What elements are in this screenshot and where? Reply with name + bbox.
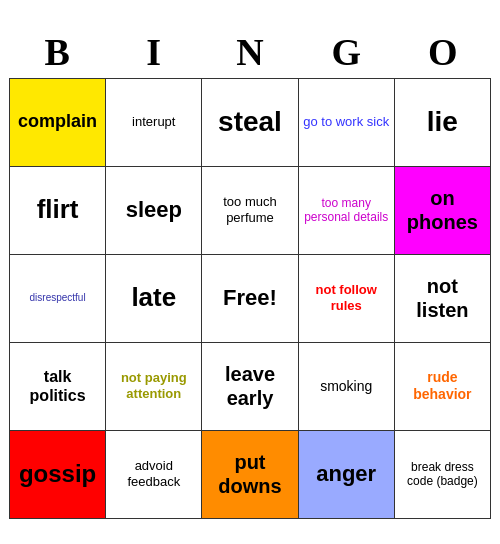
- cell-r1c5: lie: [395, 79, 491, 167]
- bingo-header: B I N G O: [9, 26, 491, 78]
- cell-r3c1: disrespectful: [10, 255, 106, 343]
- cell-r4c1: talk politics: [10, 343, 106, 431]
- cell-r3c4: not follow rules: [299, 255, 395, 343]
- cell-r3c5: not listen: [395, 255, 491, 343]
- cell-r4c2: not paying attention: [106, 343, 202, 431]
- cell-r3c2: late: [106, 255, 202, 343]
- cell-r1c3: steal: [202, 79, 298, 167]
- cell-r5c2: advoid feedback: [106, 431, 202, 519]
- cell-r2c3: too much perfume: [202, 167, 298, 255]
- cell-r1c4: go to work sick: [299, 79, 395, 167]
- bingo-card: B I N G O complain interupt steal go to …: [5, 22, 495, 523]
- header-b: B: [9, 26, 105, 78]
- header-g: G: [298, 26, 394, 78]
- cell-r2c5: on phones: [395, 167, 491, 255]
- cell-r2c4: too many personal details: [299, 167, 395, 255]
- header-n: N: [202, 26, 298, 78]
- cell-r4c4: smoking: [299, 343, 395, 431]
- cell-r2c2: sleep: [106, 167, 202, 255]
- cell-r3c3: Free!: [202, 255, 298, 343]
- header-i: I: [105, 26, 201, 78]
- cell-r5c5: break dress code (badge): [395, 431, 491, 519]
- cell-r1c1: complain: [10, 79, 106, 167]
- header-o: O: [395, 26, 491, 78]
- cell-r5c4: anger: [299, 431, 395, 519]
- cell-r1c2: interupt: [106, 79, 202, 167]
- cell-r4c5: rude behavior: [395, 343, 491, 431]
- cell-r4c3: leave early: [202, 343, 298, 431]
- cell-r5c1: gossip: [10, 431, 106, 519]
- cell-r2c1: flirt: [10, 167, 106, 255]
- cell-r5c3: put downs: [202, 431, 298, 519]
- bingo-grid: complain interupt steal go to work sick …: [9, 78, 491, 519]
